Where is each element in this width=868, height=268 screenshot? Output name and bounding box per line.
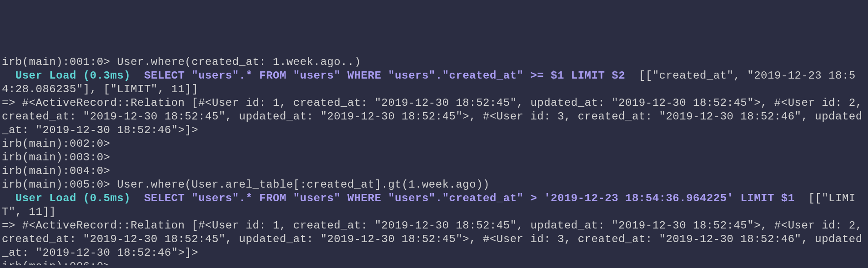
irb-prompt-6: irb(main):006:0> [2, 260, 866, 265]
ruby-command-2: User.where(User.arel_table[:created_at].… [117, 179, 490, 191]
sql-log-line-1: User Load (0.3ms) SELECT "users".* FROM … [2, 69, 866, 96]
sql-log-line-2: User Load (0.5ms) SELECT "users".* FROM … [2, 192, 866, 219]
sql-query: SELECT "users".* FROM "users" WHERE "use… [144, 69, 625, 82]
irb-prompt-3: irb(main):003:0> [2, 151, 866, 164]
irb-prompt-5: irb(main):005:0> [2, 179, 117, 191]
irb-prompt-2: irb(main):002:0> [2, 137, 866, 151]
irb-prompt: irb(main):001:0> [2, 56, 117, 68]
result-line-2: => #<ActiveRecord::Relation [#<User id: … [2, 219, 866, 260]
result-line-1: => #<ActiveRecord::Relation [#<User id: … [2, 96, 866, 137]
sql-query-2: SELECT "users".* FROM "users" WHERE "use… [144, 192, 795, 204]
user-load-label-2: User Load (0.5ms) [2, 192, 144, 204]
terminal-output[interactable]: irb(main):001:0> User.where(created_at: … [2, 55, 866, 265]
irb-line-1: irb(main):001:0> User.where(created_at: … [2, 55, 866, 69]
ruby-command: User.where(created_at: 1.week.ago..) [117, 56, 361, 68]
user-load-label: User Load (0.3ms) [2, 69, 144, 82]
irb-line-5: irb(main):005:0> User.where(User.arel_ta… [2, 178, 866, 192]
irb-prompt-4: irb(main):004:0> [2, 164, 866, 178]
